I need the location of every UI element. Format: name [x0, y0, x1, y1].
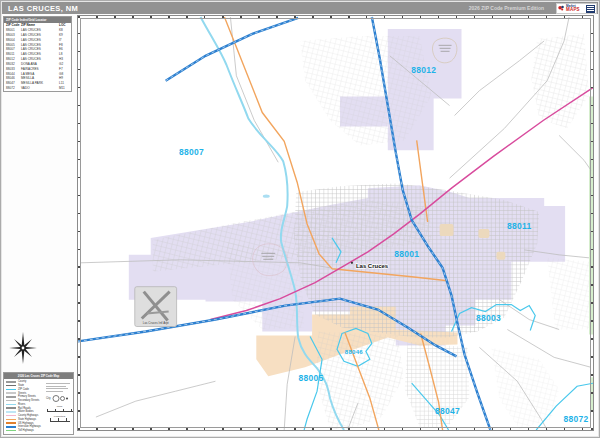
pond	[263, 195, 270, 198]
legend-item-label: Water Bodies	[18, 410, 33, 413]
poi-blob	[440, 224, 454, 236]
legend-item: Toll Highways	[6, 429, 44, 433]
poi-text-smudge	[261, 253, 275, 254]
legend-item-label: Rivers	[18, 403, 25, 406]
legend-item-label: ZIP Code	[18, 388, 29, 391]
legend-item-label: Toll Highways	[18, 429, 34, 432]
map-frame: Las Cruces Intl Arpt Las Cruces 88012 88…	[77, 15, 594, 431]
scale-km-bar	[50, 418, 70, 422]
poi-blob	[496, 252, 505, 260]
poi-blob	[478, 229, 489, 238]
airport-symbol: Las Cruces Intl Arpt	[135, 287, 177, 327]
legend-swatch	[6, 385, 16, 387]
legend-swatch	[6, 404, 16, 406]
table-row: 88072 VADO M11	[4, 86, 71, 91]
legend-swatch	[6, 392, 16, 394]
zip-label-88007: 88007	[179, 147, 204, 157]
city-size-circles-icon	[52, 394, 70, 403]
scale-bar-km: Kilometers	[46, 416, 73, 422]
poi-text-smudge	[262, 256, 274, 257]
map-canvas: Las Cruces Intl Arpt Las Cruces 88012 88…	[78, 16, 593, 430]
legend-body: County State ZIP Code Streets	[4, 379, 73, 434]
legend-swatch	[6, 411, 16, 413]
legend-right-column: City Miles Kilometers	[46, 381, 73, 422]
zip-label-88046: 88046	[345, 349, 363, 355]
city-marker	[351, 262, 353, 264]
cell-name: VADO	[21, 86, 59, 91]
brand-line2: MAPS	[566, 8, 580, 13]
poi-text-smudge	[440, 48, 451, 49]
zip-label-88003: 88003	[476, 313, 501, 323]
legend-swatch	[6, 426, 16, 428]
brand-badge	[586, 5, 595, 13]
brand-words: Market MAPS	[566, 5, 580, 13]
zip-index-panel: ZIP Code Index/Grid Locator ZIP Code ZIP…	[3, 16, 72, 92]
poi-text-smudge	[263, 259, 273, 260]
legend-swatch	[6, 407, 16, 409]
title-bar: LAS CRUCES, NM 2026 ZIP Code Premium Edi…	[2, 2, 598, 14]
legend-swatch	[6, 415, 16, 417]
zip-label-88011: 88011	[507, 221, 532, 231]
legend-items: County State ZIP Code Streets	[6, 380, 44, 433]
legend-note	[46, 383, 70, 384]
legend-note	[46, 386, 66, 387]
legend-swatch	[6, 419, 16, 421]
legend-swatch	[6, 389, 16, 391]
legend-item-label: County	[18, 380, 26, 383]
legend-item-label: County Highways	[18, 414, 38, 417]
streets-bottomright-sparse	[491, 347, 559, 429]
airport-label: Las Cruces Intl Arpt	[143, 322, 169, 326]
legend-item-label: State	[18, 384, 24, 387]
legend-city-sizes: City	[46, 394, 73, 403]
legend-note	[46, 388, 68, 389]
legend-item-label: Interstate Highways	[18, 425, 41, 428]
legend-swatch	[6, 396, 16, 398]
streets-south-center	[316, 331, 404, 429]
poi-text-smudge	[439, 45, 452, 46]
zip-label-88012: 88012	[411, 65, 436, 75]
zip-label-88047: 88047	[435, 406, 460, 416]
legend-item-label: Secondary Streets	[18, 399, 39, 402]
region-green-east	[589, 97, 593, 335]
legend-swatch	[6, 422, 16, 424]
scale-bar-miles: Miles	[46, 406, 73, 412]
scale-miles-bar	[47, 409, 73, 413]
poi-text-smudge	[441, 51, 450, 52]
zip-label-88072: 88072	[564, 414, 589, 424]
page-title: LAS CRUCES, NM	[8, 4, 78, 13]
legend-note	[46, 391, 63, 392]
streets-east-sparse	[547, 258, 589, 330]
brand-star-icon	[558, 5, 565, 12]
legend-city-label: City	[46, 397, 50, 400]
legend-swatch	[6, 381, 16, 383]
zip-label-88005: 88005	[299, 373, 324, 383]
legend-panel: 2026 Las Cruces ZIP Code Map County Stat…	[3, 372, 74, 435]
map-page: LAS CRUCES, NM 2026 ZIP Code Premium Edi…	[0, 0, 600, 438]
legend-swatch	[6, 430, 16, 432]
legend-item-label: Primary Streets	[18, 395, 36, 398]
edition-label: 2026 ZIP Code Premium Edition	[469, 5, 544, 11]
region-green-southeast	[591, 377, 593, 411]
city-label: Las Cruces	[356, 263, 389, 269]
brand-logo: Market MAPS	[556, 3, 597, 14]
streets-west-suburb	[226, 242, 304, 330]
legend-swatch	[6, 400, 16, 402]
cell-loc: M11	[59, 86, 69, 91]
street-grid-patches	[153, 34, 589, 429]
zip-label-88001: 88001	[394, 249, 419, 259]
cell-zip: 88072	[6, 86, 21, 91]
legend-item-label: State Highways	[18, 418, 36, 421]
zip-index-rows: 88001 LAS CRUCES K8 88003 LAS CRUCES K9 …	[4, 28, 71, 91]
compass-rose-icon	[6, 330, 40, 366]
streets-northeast	[531, 34, 589, 129]
